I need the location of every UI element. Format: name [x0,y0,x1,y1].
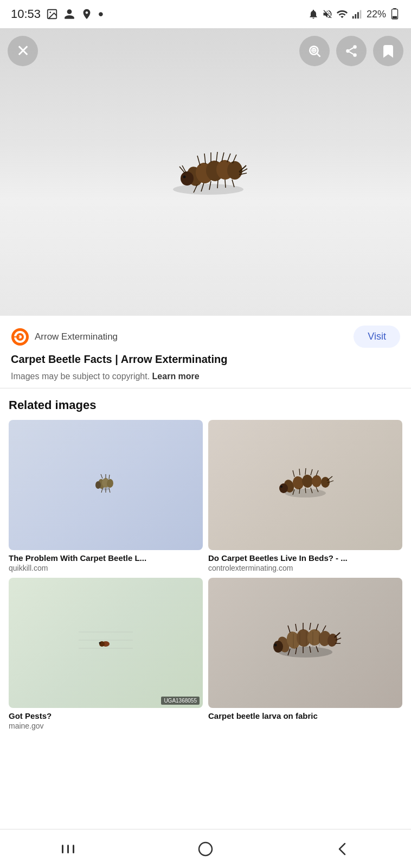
share-button[interactable] [336,36,367,66]
related-title: Related images [9,398,402,412]
svg-point-15 [181,171,194,186]
share-icon [344,44,358,58]
status-right: 22% [308,8,400,20]
svg-line-70 [293,470,294,477]
learn-more-link[interactable]: Learn more [152,372,200,381]
top-right-buttons [299,36,403,66]
source-name: Arrow Exterminating [35,331,118,342]
nav-home-button[interactable] [137,829,274,868]
svg-line-44 [349,48,353,50]
source-logo [11,328,29,346]
svg-point-66 [312,475,322,488]
svg-line-102 [323,626,326,631]
bookmark-button[interactable] [373,36,403,66]
image-viewer: ✕ [0,28,411,316]
related-caption-4: Carpet beetle larva on fabric [208,711,402,720]
related-caption-1: The Problem With Carpet Beetle L... [9,553,203,563]
nav-recents-button[interactable] [0,829,137,868]
svg-point-96 [274,644,277,647]
close-button[interactable]: ✕ [8,36,38,66]
svg-point-68 [279,483,288,493]
nav-back-button[interactable] [274,829,411,868]
related-image-1 [9,420,203,550]
related-source-3: maine.gov [9,722,203,730]
status-time: 10:53 [11,7,41,21]
copyright-notice: Images may be subject to copyright. Lear… [11,372,400,381]
svg-line-58 [109,475,110,479]
wifi-icon [336,8,348,20]
lens-search-button[interactable] [299,36,330,66]
svg-line-20 [216,152,217,162]
location-icon [81,8,93,20]
related-beetle-1 [79,469,133,501]
svg-rect-118 [73,845,74,853]
svg-line-43 [349,52,353,54]
svg-rect-8 [393,16,397,19]
svg-point-95 [273,641,283,653]
carpet-beetle-larva-svg [151,145,260,199]
person-icon [63,8,75,20]
related-source-1: quikkill.com [9,564,203,572]
related-beetle-4 [267,618,343,667]
related-caption-2: Do Carpet Beetles Live In Beds? - ... [208,553,402,563]
svg-line-28 [225,180,226,188]
svg-point-41 [346,49,350,53]
svg-rect-116 [62,845,63,853]
related-image-3: UGA1368055 [9,578,203,708]
related-beetle-3 [73,621,138,665]
svg-rect-5 [360,10,362,19]
related-item-2[interactable]: Do Carpet Beetles Live In Beds? - ... co… [208,420,402,572]
svg-rect-2 [352,16,354,19]
svg-line-100 [310,623,311,630]
svg-line-37 [317,53,319,56]
svg-point-65 [301,474,313,488]
source-info: Arrow Exterminating [11,328,118,346]
svg-point-87 [99,642,101,644]
bookmark-icon [381,44,395,58]
signal-icon [351,8,363,20]
svg-rect-117 [67,845,69,853]
svg-rect-3 [355,14,356,18]
related-source-2: controlexterminating.com [208,564,402,572]
nav-bar [0,829,411,868]
svg-line-97 [288,626,290,633]
svg-rect-4 [357,12,359,18]
watermark-badge: UGA1368055 [161,697,200,705]
home-icon [197,840,214,858]
related-caption-3: Got Pests? [9,711,203,720]
status-left: 10:53 • [11,5,104,23]
related-beetle-2 [273,463,338,507]
source-row: Arrow Exterminating Visit [11,326,400,348]
related-item-4[interactable]: Carpet beetle larva on fabric [208,578,402,730]
svg-point-9 [173,184,243,195]
svg-line-17 [197,156,200,165]
alarm-icon [308,9,319,20]
close-icon: ✕ [16,43,30,59]
back-icon [334,840,351,858]
mute-icon [322,9,333,20]
gallery-icon [46,8,58,20]
svg-line-72 [305,468,306,475]
svg-point-86 [99,641,105,647]
related-grid: The Problem With Carpet Beetle L... quik… [9,420,402,730]
recents-icon [60,840,77,858]
related-item-1[interactable]: The Problem With Carpet Beetle L... quik… [9,420,203,572]
svg-rect-7 [393,8,396,9]
battery-text: 22% [367,9,386,20]
info-section: Arrow Exterminating Visit Carpet Beetle … [0,316,411,388]
battery-icon [389,8,400,20]
svg-line-101 [316,624,318,630]
image-title: Carpet Beetle Facts | Arrow Exterminatin… [11,352,400,366]
dot-indicator: • [98,5,104,23]
related-item-3[interactable]: UGA1368055 Got Pests? maine.gov [9,578,203,730]
svg-point-119 [199,843,212,856]
svg-line-22 [227,154,230,162]
svg-point-40 [353,45,357,49]
lens-icon [307,44,322,58]
status-bar: 10:53 • 22% [0,0,411,28]
svg-point-42 [353,53,357,57]
related-image-4 [208,578,402,708]
visit-button[interactable]: Visit [354,326,400,348]
svg-line-74 [316,470,318,476]
svg-line-71 [299,469,300,475]
